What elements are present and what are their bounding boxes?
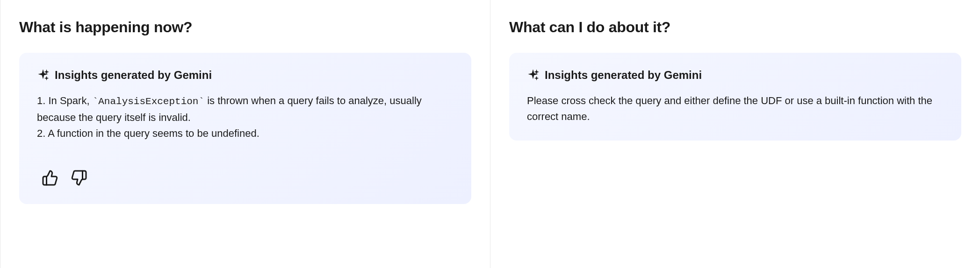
- insight-line-1: 1. In Spark, `AnalysisException` is thro…: [37, 93, 454, 126]
- insight-card-happening: Insights generated by Gemini 1. In Spark…: [19, 53, 471, 204]
- heading-happening-now: What is happening now?: [19, 19, 471, 36]
- code-token: `AnalysisException`: [93, 96, 204, 107]
- insight-title: Insights generated by Gemini: [55, 69, 212, 82]
- insights-container: What is happening now? Insights generate…: [0, 0, 980, 268]
- sparkle-icon: [527, 69, 539, 81]
- insight-title: Insights generated by Gemini: [545, 69, 702, 82]
- insight-header: Insights generated by Gemini: [527, 69, 944, 82]
- insight-line-2: 2. A function in the query seems to be u…: [37, 126, 454, 141]
- thumbs-down-button[interactable]: [70, 169, 88, 188]
- panel-what-to-do: What can I do about it? Insights generat…: [490, 0, 980, 268]
- feedback-row: [37, 169, 454, 188]
- thumbs-up-button[interactable]: [41, 169, 59, 188]
- heading-what-to-do: What can I do about it?: [509, 19, 961, 36]
- sparkle-icon: [37, 69, 49, 81]
- insight-header: Insights generated by Gemini: [37, 69, 454, 82]
- insight-body: 1. In Spark, `AnalysisException` is thro…: [37, 93, 454, 141]
- insight-card-action: Insights generated by Gemini Please cros…: [509, 53, 961, 141]
- thumbs-down-icon: [71, 169, 87, 188]
- panel-happening-now: What is happening now? Insights generate…: [0, 0, 490, 268]
- thumbs-up-icon: [42, 169, 58, 188]
- insight-body: Please cross check the query and either …: [527, 93, 944, 125]
